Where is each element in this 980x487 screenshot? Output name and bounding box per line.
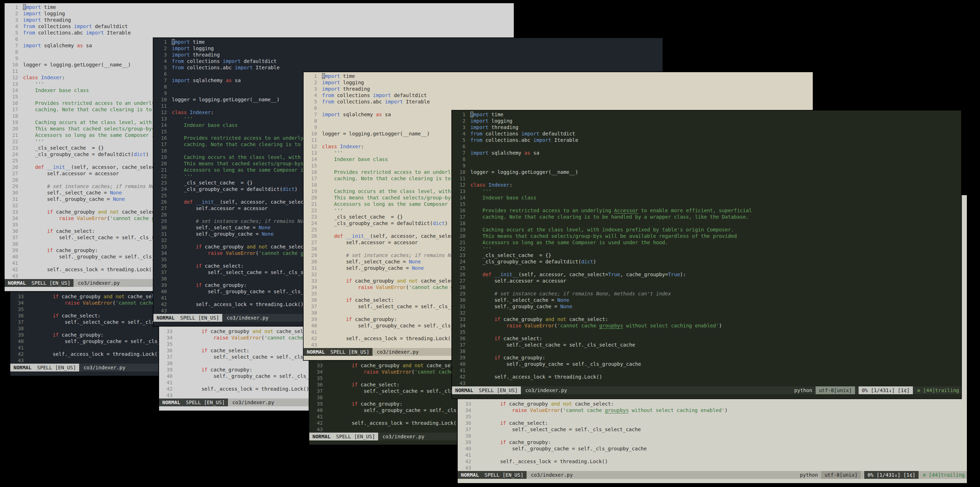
- filename: co3/indexer.py: [226, 314, 269, 322]
- position-indicator: 0% [1/431↓] [1¢]: [859, 386, 913, 394]
- code-text: self._select_cache = None: [23, 190, 122, 196]
- line-number: 29: [8, 183, 18, 190]
- code-line[interactable]: 32: [452, 310, 961, 316]
- line-number: 40: [312, 407, 323, 414]
- line-number: 8: [455, 156, 466, 163]
- code-line[interactable]: 18: [452, 220, 961, 227]
- code-line[interactable]: 2import logging: [304, 79, 813, 86]
- code-line[interactable]: 1import time: [452, 111, 961, 118]
- code-line[interactable]: 36 if cache_select:: [458, 420, 967, 426]
- line-number: 13: [306, 150, 317, 156]
- code-line[interactable]: 33 if cache_groupby and not cache_select…: [452, 316, 961, 323]
- code-line[interactable]: 26 def __init__(self, accessor, cache_se…: [452, 271, 961, 278]
- code-line[interactable]: 7import sqlalchemy as sa: [452, 150, 961, 156]
- code-line[interactable]: 3import threading: [304, 86, 813, 92]
- code-line[interactable]: 28: [452, 284, 961, 291]
- line-number: 1: [156, 39, 167, 45]
- code-line[interactable]: 21 Accessors so long as the same Compose…: [452, 239, 961, 246]
- line-number: 43: [8, 273, 18, 279]
- code-line[interactable]: 41: [458, 452, 967, 458]
- code-line[interactable]: 4from collections import defaultdict: [304, 92, 813, 99]
- code-line[interactable]: 30 self._select_cache = None: [452, 297, 961, 303]
- code-line[interactable]: 10logger = logging.getLogger(__name__): [452, 169, 961, 175]
- code-line[interactable]: 3import threading: [5, 17, 514, 23]
- line-number: 41: [455, 367, 466, 374]
- code-line[interactable]: 41: [452, 367, 961, 374]
- code-line[interactable]: 23 _cls_select_cache = {}: [452, 252, 961, 259]
- code-line[interactable]: 12class Indexer:: [452, 182, 961, 188]
- code-line[interactable]: 2import logging: [452, 118, 961, 124]
- statusbar-right: python utf-8[unix] 0% [1/431↓] [1¢] ≡ [4…: [800, 471, 967, 479]
- code-line[interactable]: 2import logging: [5, 10, 514, 17]
- code-line[interactable]: 2import logging: [153, 45, 663, 51]
- code-line[interactable]: 4from collections import defaultdict: [452, 131, 961, 137]
- code-line[interactable]: 4from collections import defaultdict: [5, 23, 514, 29]
- code-line[interactable]: 3import threading: [153, 51, 663, 58]
- mode-segment: NORMALSPELL [EN_US]: [458, 471, 527, 479]
- line-number: 15: [156, 128, 167, 135]
- editor-window-4[interactable]: 1import time2import logging3import threa…: [452, 110, 961, 399]
- code-line[interactable]: 27 self.accessor = accessor: [452, 278, 961, 284]
- code-line[interactable]: 6: [452, 143, 961, 150]
- code-line[interactable]: 22 ''': [452, 246, 961, 252]
- code-line[interactable]: 35: [458, 414, 967, 420]
- code-line[interactable]: 1import time: [5, 4, 514, 10]
- code-line[interactable]: 34 raise ValueError('cannot cache groupb…: [458, 407, 967, 414]
- code-line[interactable]: 16 Provides restricted access to an unde…: [452, 207, 961, 214]
- code-text: self._groupby_cache = None: [322, 265, 424, 271]
- code-line[interactable]: 38: [452, 348, 961, 354]
- code-line[interactable]: 39 if cache_groupby:: [452, 354, 961, 361]
- line-number: 23: [455, 252, 466, 259]
- line-number: 38: [461, 433, 471, 439]
- code-line[interactable]: 13 ''': [452, 188, 961, 195]
- code-area[interactable]: 1import time2import logging3import threa…: [452, 110, 961, 386]
- code-line[interactable]: 35: [452, 329, 961, 335]
- code-line[interactable]: 3import threading: [452, 124, 961, 131]
- code-line[interactable]: 8: [452, 156, 961, 163]
- code-line[interactable]: 43: [452, 380, 961, 386]
- spell-indicator: SPELL [EN_US]: [180, 314, 220, 322]
- code-text: import time: [172, 39, 205, 45]
- code-line[interactable]: 40 self._groupby_cache = self._cls_group…: [452, 361, 961, 367]
- code-line[interactable]: 39 if cache_groupby:: [458, 439, 967, 445]
- code-text: if cache_select:: [328, 382, 399, 388]
- code-line[interactable]: 9: [452, 163, 961, 169]
- code-line[interactable]: 14 Indexer base class: [452, 195, 961, 201]
- line-number: 4: [306, 92, 317, 99]
- code-line[interactable]: 5from collections.abc import Iterable: [304, 99, 813, 105]
- code-line[interactable]: 11: [452, 175, 961, 182]
- code-text: Indexer base class: [172, 122, 237, 128]
- code-line[interactable]: 40 self._groupby_cache = self._cls_group…: [458, 445, 967, 452]
- code-line[interactable]: 31 self._groupby_cache = None: [452, 303, 961, 310]
- code-line[interactable]: 17 caching. Note that cache clearing is …: [452, 214, 961, 220]
- line-number: 41: [13, 345, 24, 351]
- code-line[interactable]: 1import time: [304, 73, 813, 79]
- code-line[interactable]: 5from collections.abc import Iterable: [153, 64, 663, 71]
- code-line[interactable]: 4from collections import defaultdict: [153, 58, 663, 64]
- code-line[interactable]: 19 Caching occurs at the class level, wi…: [452, 227, 961, 233]
- line-number: 33: [162, 328, 173, 334]
- mode-segment: NORMALSPELL [EN_US]: [5, 279, 73, 287]
- code-line[interactable]: 25: [452, 265, 961, 271]
- code-line[interactable]: 42 self._access_lock = threading.Lock(): [452, 374, 961, 380]
- code-line[interactable]: 1import time: [153, 39, 663, 45]
- code-text: ''': [471, 188, 492, 195]
- code-line[interactable]: 43: [458, 465, 967, 471]
- code-line[interactable]: 33 if cache_groupby and not cache_select…: [458, 401, 967, 407]
- line-number: 7: [455, 150, 466, 156]
- code-line[interactable]: 24 _cls_groupby_cache = defaultdict(dict…: [452, 259, 961, 265]
- code-line[interactable]: 15: [452, 201, 961, 207]
- code-line[interactable]: 20 This means that cached selects/group-…: [452, 233, 961, 239]
- line-number: 11: [8, 68, 18, 74]
- line-number: 35: [461, 414, 471, 420]
- code-line[interactable]: 36 if cache_select:: [452, 335, 961, 342]
- code-line[interactable]: 38: [458, 433, 967, 439]
- code-line[interactable]: 29 # set instance caches; if remains Non…: [452, 291, 961, 297]
- code-line[interactable]: 37 self._select_cache = self._cls_select…: [458, 426, 967, 433]
- code-line[interactable]: 37 self._select_cache = self._cls_select…: [452, 342, 961, 348]
- code-line[interactable]: 5from collections.abc import Iterable: [452, 137, 961, 143]
- code-line[interactable]: 42 self._access_lock = threading.Lock(): [458, 458, 967, 465]
- code-text: raise ValueError('cannot cache groupbys …: [471, 323, 722, 329]
- code-line[interactable]: 5from collections.abc import Iterable: [5, 29, 514, 36]
- code-line[interactable]: 34 raise ValueError('cannot cache groupb…: [452, 323, 961, 329]
